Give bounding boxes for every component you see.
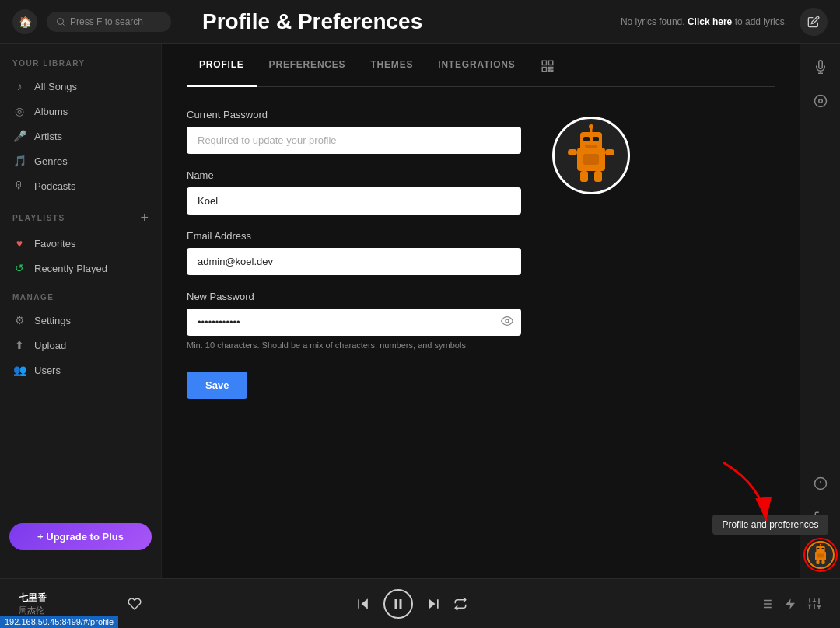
- email-input[interactable]: [187, 248, 521, 275]
- microphone-icon: [814, 60, 828, 74]
- edit-button[interactable]: [800, 8, 828, 36]
- toggle-password-button[interactable]: [501, 315, 513, 330]
- sidebar-item-label: Artists: [34, 131, 62, 142]
- save-button[interactable]: Save: [187, 372, 247, 399]
- queue-button[interactable]: [759, 597, 773, 611]
- info-button[interactable]: [807, 469, 835, 497]
- sidebar-item-label: Settings: [34, 315, 71, 326]
- song-title: 七里香: [19, 591, 112, 605]
- sidebar-item-upload[interactable]: ⬆ Upload: [0, 333, 161, 358]
- svg-rect-33: [821, 548, 824, 550]
- sidebar-item-settings[interactable]: ⚙ Settings: [0, 308, 161, 333]
- svg-marker-51: [786, 598, 795, 609]
- profile-form: Current Password Name Email Address New …: [187, 109, 775, 399]
- sidebar-item-artists[interactable]: 🎤 Artists: [0, 124, 161, 148]
- main-layout: YOUR LIBRARY ♪ All Songs ◎ Albums 🎤 Arti…: [0, 44, 840, 578]
- tab-qr[interactable]: [528, 50, 567, 87]
- url-bar: 192.168.50.45:8499/#/profile: [0, 616, 118, 628]
- upgrade-button[interactable]: + Upgrade to Plus: [9, 523, 152, 550]
- svg-line-1: [62, 23, 64, 25]
- name-input[interactable]: [187, 187, 521, 215]
- info-icon: [814, 476, 828, 490]
- sidebar-item-genres[interactable]: 🎵 Genres: [0, 148, 161, 173]
- sidebar-item-recently-played[interactable]: ↺ Recently Played: [0, 256, 161, 281]
- lyrics-link[interactable]: Click here: [688, 16, 732, 27]
- svg-point-16: [589, 124, 593, 129]
- recently-played-icon: ↺: [12, 262, 26, 274]
- current-password-group: Current Password: [187, 109, 521, 154]
- prev-icon: [355, 596, 371, 612]
- qr-icon: [541, 59, 555, 73]
- page-title: Profile & Preferences: [171, 9, 621, 34]
- heart-button[interactable]: [128, 597, 142, 611]
- svg-rect-21: [605, 149, 614, 155]
- svg-rect-7: [548, 70, 550, 72]
- sidebar-spacer: [0, 395, 161, 523]
- sidebar: YOUR LIBRARY ♪ All Songs ◎ Albums 🎤 Arti…: [0, 44, 162, 578]
- home-button[interactable]: 🏠: [12, 9, 37, 34]
- profile-avatar-button[interactable]: [807, 541, 835, 569]
- sidebar-item-users[interactable]: 👥 Users: [0, 358, 161, 382]
- bolt-icon: [784, 598, 796, 610]
- svg-rect-37: [816, 560, 819, 564]
- albums-icon: ◎: [12, 105, 26, 117]
- svg-rect-2: [542, 61, 546, 65]
- settings-icon: ⚙: [12, 314, 26, 326]
- sidebar-item-label: Podcasts: [34, 180, 75, 192]
- pencil-icon: [807, 16, 820, 28]
- sidebar-item-podcasts[interactable]: 🎙 Podcasts: [0, 173, 161, 198]
- tab-profile[interactable]: Profile: [187, 50, 257, 87]
- player-controls: [157, 589, 666, 619]
- users-icon: 👥: [12, 364, 26, 376]
- sidebar-item-all-songs[interactable]: ♪ All Songs: [0, 74, 161, 99]
- current-password-input[interactable]: [187, 127, 521, 154]
- equalizer-button[interactable]: [807, 597, 821, 611]
- genre-icon: 🎵: [12, 155, 26, 167]
- svg-rect-12: [583, 137, 590, 141]
- tab-preferences[interactable]: Preferences: [257, 50, 359, 87]
- pause-icon: [391, 597, 405, 611]
- library-section: YOUR LIBRARY ♪ All Songs ◎ Albums 🎤 Arti…: [0, 59, 161, 198]
- library-section-title: YOUR LIBRARY: [0, 59, 161, 74]
- form-fields: Current Password Name Email Address New …: [187, 109, 521, 399]
- svg-point-24: [814, 96, 826, 107]
- svg-rect-3: [548, 61, 552, 65]
- svg-point-9: [506, 319, 509, 323]
- heart-icon: [128, 597, 142, 611]
- email-label: Email Address: [187, 230, 521, 242]
- tab-themes[interactable]: Themes: [358, 50, 425, 87]
- sidebar-item-albums[interactable]: ◎ Albums: [0, 99, 161, 124]
- playlists-header: PLAYLISTS +: [0, 211, 161, 231]
- visualizer-button[interactable]: [807, 87, 835, 115]
- sidebar-item-favorites[interactable]: ♥ Favorites: [0, 231, 161, 256]
- svg-point-0: [58, 18, 64, 24]
- song-artist: 周杰伦: [19, 605, 112, 616]
- mic-icon: 🎤: [12, 130, 26, 142]
- svg-rect-19: [594, 171, 602, 182]
- new-password-input[interactable]: [187, 309, 521, 336]
- search-placeholder: Press F to search: [70, 16, 143, 27]
- tab-integrations[interactable]: Integrations: [425, 50, 527, 87]
- playlists-section: PLAYLISTS + ♥ Favorites ↺ Recently Playe…: [0, 211, 161, 281]
- repeat-button[interactable]: [453, 597, 467, 611]
- email-group: Email Address: [187, 230, 521, 275]
- prev-button[interactable]: [355, 596, 371, 612]
- new-password-group: New Password Min. 10 characters. Should …: [187, 291, 521, 350]
- svg-rect-6: [551, 68, 553, 69]
- sidebar-item-label: Genres: [34, 155, 68, 167]
- svg-rect-38: [821, 560, 824, 564]
- sidebar-item-label: Recently Played: [34, 263, 107, 274]
- player-right: [681, 597, 821, 611]
- pause-button[interactable]: [383, 589, 413, 619]
- add-playlist-button[interactable]: +: [140, 211, 149, 225]
- svg-rect-36: [817, 554, 823, 558]
- next-icon: [425, 596, 441, 612]
- avatar-robot: [560, 124, 622, 187]
- search-bar[interactable]: Press F to search: [47, 12, 171, 32]
- next-button[interactable]: [425, 596, 441, 612]
- bolt-button[interactable]: [784, 598, 796, 610]
- mic-button[interactable]: [807, 53, 835, 81]
- manage-section-title: MANAGE: [0, 293, 161, 308]
- right-sidebar: Profile and preferences: [800, 44, 840, 578]
- upgrade-label: + Upgrade to Plus: [37, 531, 124, 543]
